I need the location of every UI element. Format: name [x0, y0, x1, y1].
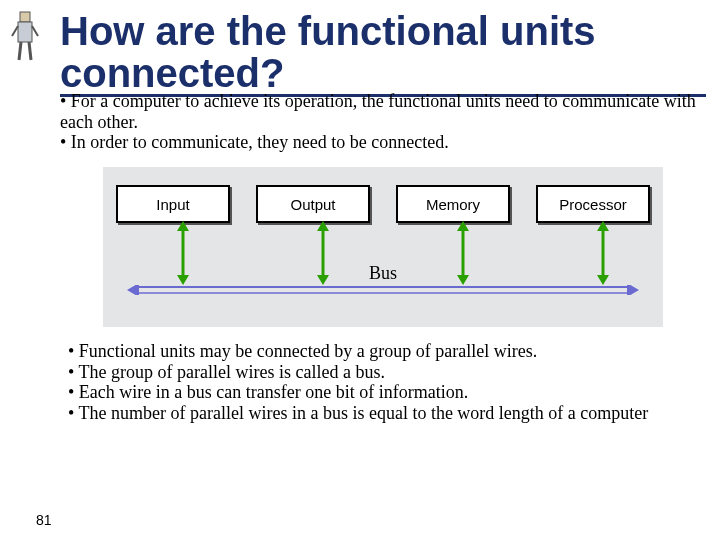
intro-bullet: In order to communicate, they need to be… [60, 132, 706, 153]
unit-output: Output [256, 185, 370, 223]
svg-line-2 [12, 26, 18, 36]
bus-bar-icon [127, 285, 639, 295]
page-number: 81 [36, 512, 52, 528]
intro-bullet: For a computer to achieve its operation,… [60, 91, 706, 132]
bus-label: Bus [103, 263, 663, 284]
svg-line-3 [32, 26, 38, 36]
units-row: Input Output Memory Processor [103, 185, 663, 223]
robot-figure-icon [10, 10, 40, 70]
svg-marker-10 [317, 221, 329, 231]
slide-title: How are the functional units connected? [60, 10, 706, 97]
outro-bullet: The number of parallel wires in a bus is… [68, 403, 706, 424]
outro-bullet: Functional units may be connected by a g… [68, 341, 706, 362]
intro-text: For a computer to achieve its operation,… [60, 91, 706, 153]
svg-marker-7 [177, 221, 189, 231]
outro-bullet: The group of parallel wires is called a … [68, 362, 706, 383]
slide: How are the functional units connected? … [0, 0, 720, 540]
svg-marker-13 [457, 221, 469, 231]
svg-marker-16 [597, 221, 609, 231]
svg-line-4 [19, 42, 21, 60]
svg-line-5 [29, 42, 31, 60]
outro-text: Functional units may be connected by a g… [60, 341, 706, 424]
svg-rect-0 [20, 12, 30, 22]
bus-diagram: Input Output Memory Processor Bus [103, 167, 663, 327]
unit-input: Input [116, 185, 230, 223]
svg-marker-21 [627, 285, 639, 295]
svg-marker-20 [127, 285, 139, 295]
svg-rect-1 [18, 22, 32, 42]
unit-processor: Processor [536, 185, 650, 223]
outro-bullet: Each wire in a bus can transfer one bit … [68, 382, 706, 403]
unit-memory: Memory [396, 185, 510, 223]
